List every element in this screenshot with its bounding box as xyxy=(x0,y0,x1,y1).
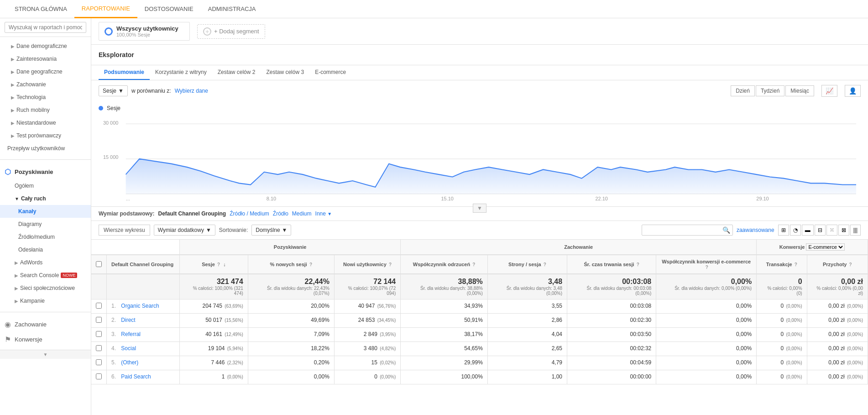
nav-administracja[interactable]: ADMINISTRACJA xyxy=(201,0,263,18)
row1-pct-new-cell: 20,00% xyxy=(248,299,334,314)
nav-dostosowanie[interactable]: DOSTOSOWANIE xyxy=(137,0,201,18)
plus-circle-icon: + xyxy=(203,27,211,36)
time-btn-tydzien[interactable]: Tydzień xyxy=(756,85,784,96)
chart-type-bar-btn[interactable]: 👤 xyxy=(845,85,861,97)
select-all-checkbox[interactable] xyxy=(96,261,102,267)
choose-data-link[interactable]: Wybierz dane xyxy=(175,88,208,94)
sidebar-item-zachowanie-main[interactable]: ◉ Zachowanie xyxy=(0,317,91,332)
row3-duration-cell: 00:03:50 xyxy=(567,328,656,342)
th-revenue: Przychoty ? xyxy=(807,255,868,274)
row5-channel-link[interactable]: (Other) xyxy=(121,359,138,366)
view-columns-btn[interactable]: ||| xyxy=(850,225,861,236)
sesje-select[interactable]: Sesje ▼ xyxy=(99,85,128,96)
sidebar-item-pozyskiwanie[interactable]: ⬡ Pozyskiwanie xyxy=(0,164,91,179)
view-grid-btn[interactable]: ⊞ xyxy=(778,225,789,236)
row1-channel-link[interactable]: Organic Search xyxy=(121,303,159,309)
row2-channel-link[interactable]: Direct xyxy=(121,317,135,323)
time-btn-dzien[interactable]: Dzień xyxy=(731,85,755,96)
view-pivot-btn[interactable]: ⊟ xyxy=(815,225,826,236)
tab-zestaw-celow-2[interactable]: Zestaw celów 2 xyxy=(212,65,261,80)
row1-checkbox[interactable] xyxy=(96,303,102,309)
sidebar-item-kanaly[interactable]: Kanały xyxy=(0,205,91,218)
dim-default-channel[interactable]: Default Channel Grouping xyxy=(158,210,226,217)
add-segment-button[interactable]: + + Dodaj segment xyxy=(197,24,265,39)
sidebar-audience-section: ▶ Dane demograficzne ▶ Zainteresowania ▶… xyxy=(0,37,91,158)
explorer-header: Eksplorator xyxy=(91,45,868,65)
th-group-konwersje[interactable]: Konwersje E-commerce xyxy=(757,240,868,255)
sidebar-item-przeplyw[interactable]: Przepływ użytkowników xyxy=(0,142,91,155)
row4-channel-link[interactable]: Social xyxy=(121,345,136,352)
sidebar-item-diagramy[interactable]: Diagramy xyxy=(0,218,91,231)
sidebar-item-konwersje-main[interactable]: ⚑ Konwersje xyxy=(0,332,91,347)
search-input[interactable] xyxy=(5,22,86,33)
sidebar-item-search-console[interactable]: ▶ Search Console NOWE xyxy=(0,269,91,282)
sidebar-item-ruch-mobilny[interactable]: ▶ Ruch mobilny xyxy=(0,104,91,116)
th-empty xyxy=(91,240,180,255)
time-btn-miesiac[interactable]: Miesiąc xyxy=(785,85,814,96)
sidebar-item-ogolom[interactable]: Ogółem xyxy=(0,179,91,192)
sidebar-item-dane-demograficzne[interactable]: ▶ Dane demograficzne xyxy=(0,40,91,53)
view-lifetime-btn[interactable]: ⊠ xyxy=(838,225,849,236)
bounce-help-icon: ? xyxy=(472,262,475,267)
tab-zestaw-celow-3[interactable]: Zestaw celów 3 xyxy=(261,65,309,80)
row3-checkbox[interactable] xyxy=(96,331,102,337)
sidebar-item-odesylania[interactable]: Odesłania xyxy=(0,243,91,256)
view-pie-btn[interactable]: ◔ xyxy=(790,225,801,236)
row4-pages-cell: 2,65 xyxy=(487,342,567,356)
sidebar-item-test-porownawczy[interactable]: ▶ Test porównawczy xyxy=(0,129,91,142)
th-sesje[interactable]: Sesje ? ↓ xyxy=(180,255,248,274)
sidebar-item-zachowanie-aud[interactable]: ▶ Zachowanie xyxy=(0,78,91,91)
revenue-help-icon: ? xyxy=(849,262,852,267)
dim-inne[interactable]: Inne ▼ xyxy=(315,210,332,217)
table-search-input[interactable] xyxy=(642,225,733,236)
arrow-icon: ▶ xyxy=(11,44,15,49)
divider xyxy=(0,159,91,160)
segment-all-users[interactable]: Wszyscy użytkownicy 100,00% Sesje xyxy=(99,22,190,41)
chart-expand-btn[interactable]: ▼ xyxy=(99,205,861,211)
chart-rows-button[interactable]: Wiersze wykresu xyxy=(99,225,150,236)
tab-korzystanie[interactable]: Korzystanie z witryny xyxy=(150,65,212,80)
row2-sesje-cell: 50 017 (15,56%) xyxy=(180,314,248,328)
row5-conv-rate-cell: 0,00% xyxy=(656,356,757,370)
sidebar-item-technologia[interactable]: ▶ Technologia xyxy=(0,91,91,104)
sidebar-item-zrodlo-medium[interactable]: Źródło/medium xyxy=(0,231,91,243)
row4-checkbox[interactable] xyxy=(96,345,102,351)
row2-new-users-cell: 24 853 (34,45%) xyxy=(334,314,400,328)
dim-zrodlo[interactable]: Źródło xyxy=(273,210,288,217)
dim-zrodlo-medium[interactable]: Źródło / Medium xyxy=(230,210,269,217)
sidebar-item-zainteresowania[interactable]: ▶ Zainteresowania xyxy=(0,53,91,65)
sidebar-item-niestandardowe[interactable]: ▶ Niestandardowe xyxy=(0,116,91,129)
row6-channel-link[interactable]: Paid Search xyxy=(121,373,151,380)
row4-conv-rate-cell: 0,00% xyxy=(656,342,757,356)
sidebar-item-caly-ruch[interactable]: ▼ Cały ruch xyxy=(0,192,91,205)
sidebar-item-adwords[interactable]: ▶ AdWords xyxy=(0,256,91,269)
dim-medium[interactable]: Medium xyxy=(292,210,312,217)
segment-bar: Wszyscy użytkownicy 100,00% Sesje + + Do… xyxy=(91,18,868,45)
nav-strona-glowna[interactable]: STRONA GŁÓWNA xyxy=(7,0,74,18)
advanced-link[interactable]: zaawansowane xyxy=(737,227,774,233)
sidebar-scroll-down[interactable]: ▼ xyxy=(0,350,91,359)
tab-podsumowanie[interactable]: Podsumowanie xyxy=(99,65,150,80)
nav-raportowanie[interactable]: RAPORTOWANIE xyxy=(74,0,137,18)
sort-select[interactable]: Domyślne ▼ xyxy=(251,225,291,236)
tab-ecommerce[interactable]: E-commerce xyxy=(309,65,351,80)
sidebar-item-kampanie[interactable]: ▶ Kampanie xyxy=(0,294,91,307)
table-row: 5. (Other) 7 446 (2,32%) 0,20% 15 (0,02%… xyxy=(91,356,868,370)
sidebar-item-sieci-spolecznosciowe[interactable]: ▶ Sieci społecznościowe xyxy=(0,282,91,294)
arrow-icon: ▶ xyxy=(11,95,15,100)
row2-checkbox[interactable] xyxy=(96,317,102,323)
view-scatter-btn[interactable]: ⁙ xyxy=(826,225,837,236)
row3-channel-link[interactable]: Referral xyxy=(121,331,141,337)
row4-pct-new-cell: 18,22% xyxy=(248,342,334,356)
row6-checkbox[interactable] xyxy=(96,373,102,379)
konwersje-select[interactable]: E-commerce xyxy=(806,243,845,251)
extra-dim-select[interactable]: Wymiar dodatkowy ▼ xyxy=(154,225,215,236)
row5-channel-cell: 5. (Other) xyxy=(107,356,180,370)
row6-conv-rate-cell: 0,00% xyxy=(656,370,757,384)
sidebar-item-dane-geograficzne[interactable]: ▶ Dane geograficzne xyxy=(0,65,91,78)
view-bar-btn[interactable]: ▬ xyxy=(802,225,814,236)
transactions-help-icon: ? xyxy=(795,262,797,267)
row5-checkbox[interactable] xyxy=(96,359,102,365)
search-icon: 🔍 xyxy=(722,226,730,234)
chart-type-line-btn[interactable]: 📈 xyxy=(821,85,837,97)
